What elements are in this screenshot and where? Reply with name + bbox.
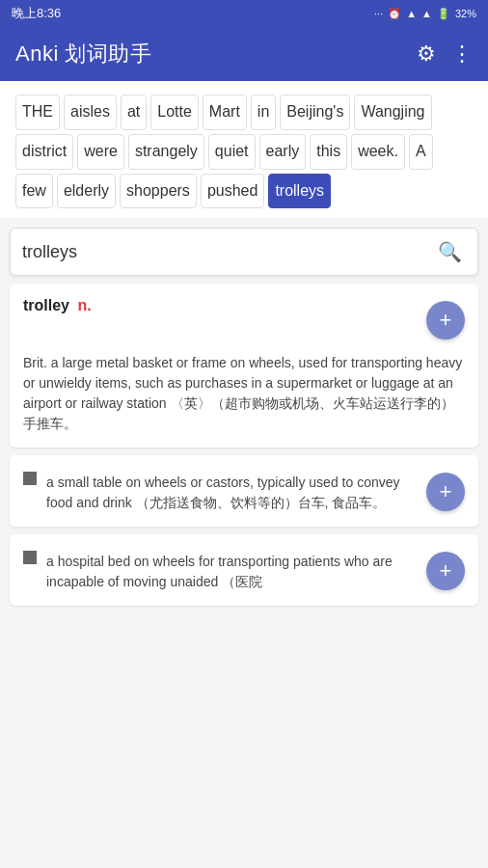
app-title: Anki 划词助手 xyxy=(15,40,151,68)
word-token[interactable]: Mart xyxy=(203,95,247,130)
wifi-icon: ▲ xyxy=(406,8,417,19)
word-token[interactable]: few xyxy=(15,174,53,209)
definitions-container: trolley n. + Brit. a large metal basket … xyxy=(0,284,488,606)
app-bar: Anki 划词助手 ⚙ ⋮ xyxy=(0,27,488,81)
dict-card-header: trolley n. + xyxy=(23,297,465,339)
signal-bars-icon: ▲ xyxy=(421,8,432,19)
status-icons: ··· ⏰ ▲ ▲ 🔋 32% xyxy=(374,8,476,20)
word-token[interactable]: aisles xyxy=(64,95,117,130)
word-token[interactable]: pushed xyxy=(201,174,265,209)
tokens-area: THEaislesatLotteMartinBeijing'sWangjingd… xyxy=(0,81,488,218)
word-token[interactable]: trolleys xyxy=(268,174,331,209)
bullet-icon xyxy=(23,551,37,564)
dict-content: a hospital bed on wheels for transportin… xyxy=(46,548,417,592)
search-icon: 🔍 xyxy=(438,241,462,262)
status-time: 晚上8:36 xyxy=(12,5,61,22)
word-token[interactable]: Wangjing xyxy=(354,95,431,130)
dict-definition: a hospital bed on wheels for transportin… xyxy=(46,552,417,592)
bullet-icon xyxy=(23,472,37,485)
dict-pos: n. xyxy=(77,297,91,313)
word-token[interactable]: elderly xyxy=(57,174,116,209)
dict-content: a small table on wheels or castors, typi… xyxy=(46,469,417,513)
dict-definition: a small table on wheels or castors, typi… xyxy=(46,473,417,513)
search-area: 🔍 xyxy=(10,228,478,276)
search-button[interactable]: 🔍 xyxy=(434,236,466,267)
add-button[interactable]: + xyxy=(426,301,465,339)
dict-definition: Brit. a large metal basket or frame on w… xyxy=(23,353,465,434)
word-token[interactable]: this xyxy=(310,134,347,170)
battery-percent: 32% xyxy=(455,8,476,19)
more-options-icon[interactable]: ⋮ xyxy=(451,41,473,67)
search-input[interactable] xyxy=(22,242,434,262)
word-token[interactable]: A xyxy=(409,134,433,170)
add-button[interactable]: + xyxy=(426,473,465,511)
word-token[interactable]: Lotte xyxy=(150,95,199,130)
word-token[interactable]: quiet xyxy=(208,134,256,170)
dict-card: trolley n. + Brit. a large metal basket … xyxy=(10,284,478,448)
word-token[interactable]: shoppers xyxy=(120,174,197,209)
status-bar: 晚上8:36 ··· ⏰ ▲ ▲ 🔋 32% xyxy=(0,0,488,27)
word-token[interactable]: THE xyxy=(15,95,60,130)
word-token[interactable]: were xyxy=(77,134,124,170)
alarm-icon: ⏰ xyxy=(388,8,401,20)
battery-icon: 🔋 xyxy=(437,8,450,20)
dict-word: trolley xyxy=(23,297,69,313)
word-token[interactable]: at xyxy=(121,95,147,130)
dict-entry: trolley n. xyxy=(23,297,92,314)
app-bar-icons: ⚙ ⋮ xyxy=(417,41,473,67)
word-token[interactable]: district xyxy=(15,134,73,170)
dict-card: a hospital bed on wheels for transportin… xyxy=(10,534,478,606)
word-token[interactable]: week. xyxy=(351,134,405,170)
settings-icon[interactable]: ⚙ xyxy=(417,41,436,67)
signal-icon: ··· xyxy=(374,8,383,19)
word-token[interactable]: Beijing's xyxy=(280,95,350,130)
word-token[interactable]: early xyxy=(259,134,307,170)
add-button[interactable]: + xyxy=(426,552,465,590)
word-token[interactable]: in xyxy=(251,95,276,130)
dict-card: a small table on wheels or castors, typi… xyxy=(10,455,478,527)
word-token[interactable]: strangely xyxy=(128,134,204,170)
